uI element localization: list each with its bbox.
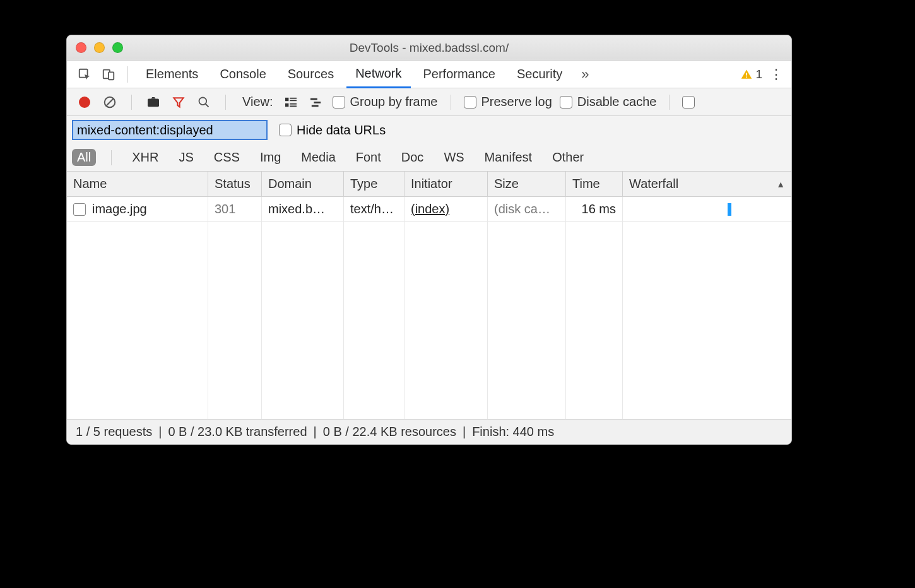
- status-transferred: 0 B / 23.0 KB transferred: [168, 425, 307, 439]
- device-toolbar-icon[interactable]: [98, 64, 119, 85]
- initiator-link[interactable]: (index): [411, 202, 449, 216]
- status-requests: 1 / 5 requests: [76, 425, 152, 439]
- filter-icon[interactable]: [170, 93, 187, 111]
- tab-performance[interactable]: Performance: [415, 61, 505, 88]
- separator: [225, 95, 226, 110]
- type-filter-ws[interactable]: WS: [439, 149, 469, 166]
- col-waterfall[interactable]: Waterfall ▲: [623, 172, 791, 196]
- type-filter-manifest[interactable]: Manifest: [480, 149, 538, 166]
- tab-sources[interactable]: Sources: [279, 61, 343, 88]
- separator: |: [158, 425, 162, 439]
- table-header: Name Status Domain Type Initiator Size T…: [67, 172, 791, 197]
- window-title: DevTools - mixed.badssl.com/: [67, 41, 791, 55]
- cell-status: 301: [208, 197, 262, 221]
- type-filter-other[interactable]: Other: [547, 149, 589, 166]
- type-filter-doc[interactable]: Doc: [396, 149, 429, 166]
- preserve-log-label: Preserve log: [481, 95, 552, 109]
- type-filter-all[interactable]: All: [72, 149, 96, 166]
- hide-data-urls-checkbox[interactable]: Hide data URLs: [279, 123, 386, 138]
- table-empty-area: [67, 222, 791, 419]
- tab-network[interactable]: Network: [346, 61, 410, 88]
- svg-rect-17: [314, 102, 321, 103]
- svg-rect-2: [109, 72, 114, 79]
- cell-name: image.jpg: [67, 197, 208, 221]
- table-row[interactable]: image.jpg 301 mixed.b… text/h… (index) (…: [67, 197, 791, 222]
- tab-security[interactable]: Security: [508, 61, 571, 88]
- filter-row: Hide data URLs: [67, 116, 791, 144]
- checkbox-icon: [682, 96, 695, 109]
- separator: |: [314, 425, 317, 439]
- titlebar: DevTools - mixed.badssl.com/: [67, 35, 791, 61]
- document-icon: [73, 203, 86, 216]
- tab-elements[interactable]: Elements: [137, 61, 207, 88]
- type-filter-font[interactable]: Font: [351, 149, 386, 166]
- svg-line-9: [206, 103, 209, 107]
- svg-rect-14: [290, 103, 297, 104]
- type-filter-media[interactable]: Media: [296, 149, 340, 166]
- minimize-window-button[interactable]: [94, 42, 105, 53]
- close-window-button[interactable]: [76, 42, 86, 53]
- svg-rect-7: [148, 98, 159, 107]
- type-filters: All XHR JS CSS Img Media Font Doc WS Man…: [67, 144, 791, 172]
- checkbox-icon: [464, 96, 476, 109]
- svg-rect-4: [747, 76, 748, 78]
- col-size[interactable]: Size: [488, 172, 566, 196]
- clear-button[interactable]: [101, 93, 119, 111]
- record-button[interactable]: [76, 93, 93, 111]
- checkbox-icon: [560, 96, 572, 109]
- type-filter-img[interactable]: Img: [255, 149, 286, 166]
- zoom-window-button[interactable]: [112, 42, 123, 53]
- sort-asc-icon: ▲: [776, 179, 785, 189]
- col-name[interactable]: Name: [67, 172, 208, 196]
- col-initiator[interactable]: Initiator: [404, 172, 488, 196]
- warnings-badge[interactable]: 1: [740, 68, 762, 81]
- svg-point-8: [199, 97, 207, 105]
- svg-rect-16: [310, 98, 317, 100]
- cell-initiator: (index): [404, 197, 488, 221]
- col-status[interactable]: Status: [208, 172, 262, 196]
- devtools-window: DevTools - mixed.badssl.com/ Elements Co…: [66, 35, 792, 445]
- cell-type: text/h…: [344, 197, 404, 221]
- panel-tabs: Elements Console Sources Network Perform…: [67, 61, 791, 88]
- request-name: image.jpg: [92, 202, 147, 216]
- preserve-log-checkbox[interactable]: Preserve log: [464, 95, 552, 109]
- type-filter-xhr[interactable]: XHR: [127, 149, 163, 166]
- tab-console[interactable]: Console: [211, 61, 274, 88]
- inspect-element-icon[interactable]: [74, 64, 95, 85]
- kebab-menu-icon[interactable]: ⋮: [766, 64, 786, 85]
- cell-size: (disk ca…: [488, 197, 566, 221]
- separator: |: [463, 425, 466, 439]
- status-bar: 1 / 5 requests | 0 B / 23.0 KB transferr…: [67, 419, 791, 444]
- warning-icon: [740, 68, 753, 81]
- separator: [451, 95, 451, 110]
- offline-checkbox[interactable]: [682, 96, 695, 109]
- svg-rect-12: [290, 100, 297, 101]
- large-rows-icon[interactable]: [282, 93, 300, 111]
- col-domain[interactable]: Domain: [262, 172, 344, 196]
- type-filter-js[interactable]: JS: [174, 149, 198, 166]
- cell-time: 16 ms: [566, 197, 623, 221]
- status-resources: 0 B / 22.4 KB resources: [323, 425, 456, 439]
- type-filter-css[interactable]: CSS: [209, 149, 245, 166]
- col-waterfall-label: Waterfall: [629, 177, 678, 191]
- overview-icon[interactable]: [307, 93, 325, 111]
- separator: [111, 150, 112, 165]
- search-icon[interactable]: [195, 93, 213, 111]
- network-toolbar: View: Group by frame Preserve log Disabl…: [67, 88, 791, 116]
- separator: [127, 66, 128, 83]
- separator: [131, 95, 132, 110]
- hide-data-urls-label: Hide data URLs: [297, 123, 386, 138]
- disable-cache-checkbox[interactable]: Disable cache: [560, 95, 657, 109]
- col-type[interactable]: Type: [344, 172, 404, 196]
- cell-domain: mixed.b…: [262, 197, 344, 221]
- svg-rect-13: [285, 103, 288, 106]
- capture-screenshots-icon[interactable]: [145, 93, 162, 111]
- svg-rect-11: [290, 97, 297, 98]
- cell-waterfall: [623, 197, 791, 221]
- col-time[interactable]: Time: [566, 172, 623, 196]
- svg-line-6: [106, 98, 114, 106]
- traffic-lights: [76, 42, 123, 53]
- group-by-frame-checkbox[interactable]: Group by frame: [333, 95, 438, 109]
- filter-input[interactable]: [72, 120, 268, 140]
- tabs-overflow-icon[interactable]: »: [575, 64, 595, 85]
